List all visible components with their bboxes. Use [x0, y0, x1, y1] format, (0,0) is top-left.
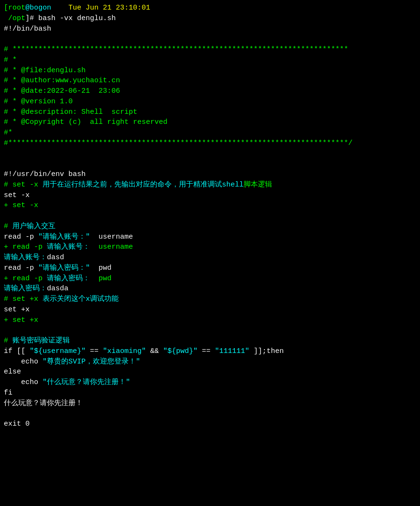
output-account-line: 请输入账号：dasd — [4, 253, 416, 263]
code-read1-text: read -p — [4, 233, 38, 241]
code-if-var1: "${username}" — [30, 347, 86, 355]
output-pwd-label: 请输入密码： — [4, 285, 47, 293]
code-echo1-line: echo "尊贵的SVIP，欢迎您登录！" — [4, 357, 416, 367]
code-exit-line: exit 0 — [4, 419, 416, 429]
comment-verify-line: # 账号密码验证逻辑 — [4, 336, 416, 346]
output-register-line: 什么玩意？请你先注册！ — [4, 398, 416, 409]
prompt-host: bogon — [30, 4, 51, 12]
code-if-end: ]];then — [249, 347, 284, 355]
comment-hash1: # * — [4, 55, 416, 66]
plus-read1-prompt: 请输入账号： — [47, 243, 90, 251]
code-fi-line: fi — [4, 388, 416, 398]
output-account-value: dasd — [47, 253, 64, 262]
comment-version: # * @version 1.0 — [4, 97, 416, 107]
empty-line2 — [4, 149, 416, 159]
comment-input-line: # 用户输入交互 — [4, 221, 416, 232]
plus-read2-var: pwd — [90, 275, 111, 283]
plus-read2-prompt: 请输入密码： — [47, 275, 90, 283]
prompt-line: [root@bogon Tue Jun 21 23:10:01 — [4, 3, 416, 13]
code-if-line: if [[ "${username}" == "xiaoming" && "${… — [4, 346, 416, 357]
plus-read1-var: username — [90, 243, 133, 251]
output-pwd-line: 请输入密码：dasda — [4, 284, 416, 294]
empty-line6 — [4, 408, 416, 419]
code-read2-var: pwd — [94, 264, 111, 272]
comment-verify-hash: # — [4, 337, 12, 345]
code-setplusx: set +x — [4, 305, 416, 315]
comment-verify-chinese: 账号密码验证逻辑 — [12, 337, 70, 345]
comment-setx-line: # set -x 用于在运行结果之前，先输出对应的命令，用于精准调试shell脚… — [4, 180, 416, 190]
comment-stars1: # **************************************… — [4, 44, 416, 55]
comment-setx-chinese: 用于在运行结果之前，先输出对应的命令，用于精准调试shell — [43, 181, 243, 189]
plus-read2-line: + read -p 请输入密码： pwd — [4, 274, 416, 284]
comment-setplusx-hash: # set +x — [4, 295, 43, 303]
prompt-at: @ — [25, 4, 30, 12]
code-read2-line: read -p "请输入密码：" pwd — [4, 263, 416, 274]
comment-input-hash: # — [4, 222, 12, 231]
code-if-eq1: == — [86, 347, 103, 355]
code-echo2-text: "什么玩意？请你先注册！" — [43, 378, 130, 386]
code-echo1-text: "尊贵的SVIP，欢迎您登录！" — [43, 358, 140, 366]
empty-line4 — [4, 211, 416, 221]
code-echo2-line: echo "什么玩意？请你先注册！" — [4, 377, 416, 388]
comment-input-chinese: 用户输入交互 — [12, 222, 55, 231]
comment-setplusx-line: # set +x 表示关闭这个x调试功能 — [4, 294, 416, 305]
output-register-text: 什么玩意？请你先注册！ — [4, 399, 83, 407]
code-if-text: if [[ — [4, 347, 30, 355]
comment-hashstar: #* — [4, 128, 416, 138]
prompt-bracket2: ]# — [25, 14, 38, 22]
prompt-path-line: /opt]# bash -vx denglu.sh — [4, 13, 416, 24]
code-if-and: && — [146, 347, 163, 355]
shebang-line: #!/bin/bash — [4, 24, 416, 34]
prompt-command: bash -vx denglu.sh — [38, 14, 116, 22]
code-echo1-indent: echo — [4, 358, 43, 366]
code-echo2-indent: echo — [4, 378, 43, 386]
prompt-time: Tue Jun 21 23:10:01 — [68, 4, 150, 12]
empty-line5 — [4, 325, 416, 336]
code-if-eq2: == — [198, 347, 215, 355]
plus-read1-line: + read -p 请输入账号： username — [4, 242, 416, 253]
comment-date: # * @date:2022-06-21 23:06 — [4, 86, 416, 97]
plus-read2-plus: + read -p — [4, 275, 47, 283]
code-if-val2: "111111" — [215, 347, 249, 355]
code-else-line: else — [4, 367, 416, 377]
code-setx: set -x — [4, 190, 416, 201]
code-if-val1: "xiaoming" — [103, 347, 146, 355]
plus-setx: + set -x — [4, 200, 416, 211]
comment-copyright: # * @Copyright (c) all right reserved — [4, 117, 416, 128]
comment-stars2: #***************************************… — [4, 138, 416, 149]
plus-read1-plus: + read -p — [4, 243, 47, 251]
code-if-var2: "${pwd}" — [163, 347, 198, 355]
plus-setplusx: + set +x — [4, 315, 416, 326]
comment-setplusx-chinese: 表示关闭这个x调试功能 — [43, 295, 119, 303]
terminal-window: [root@bogon Tue Jun 21 23:10:01 /opt]# b… — [4, 3, 416, 429]
shebang2-line: #!/usr/bin/env bash — [4, 169, 416, 180]
code-read1-prompt: "请输入账号：" — [38, 233, 94, 241]
comment-setx-shell: 脚本逻辑 — [243, 181, 272, 189]
empty-line3 — [4, 159, 416, 169]
comment-file: # * @file:denglu.sh — [4, 66, 416, 76]
output-pwd-value: dasda — [47, 285, 68, 293]
prompt-path: /opt — [4, 14, 25, 22]
code-read2-prompt: "请输入密码：" — [38, 264, 94, 272]
comment-desc: # * @description: Shell script — [4, 107, 416, 118]
output-account-label: 请输入账号： — [4, 253, 47, 262]
code-read1-var: username — [94, 233, 133, 241]
code-read1-line: read -p "请输入账号：" username — [4, 232, 416, 242]
comment-author: # * @author:www.yuchaoit.cn — [4, 76, 416, 86]
comment-setx-hash: # set -x — [4, 181, 43, 189]
empty-line — [4, 34, 416, 44]
prompt-user: [root — [4, 4, 25, 12]
code-read2-text: read -p — [4, 264, 38, 272]
prompt-bracket — [51, 4, 68, 12]
